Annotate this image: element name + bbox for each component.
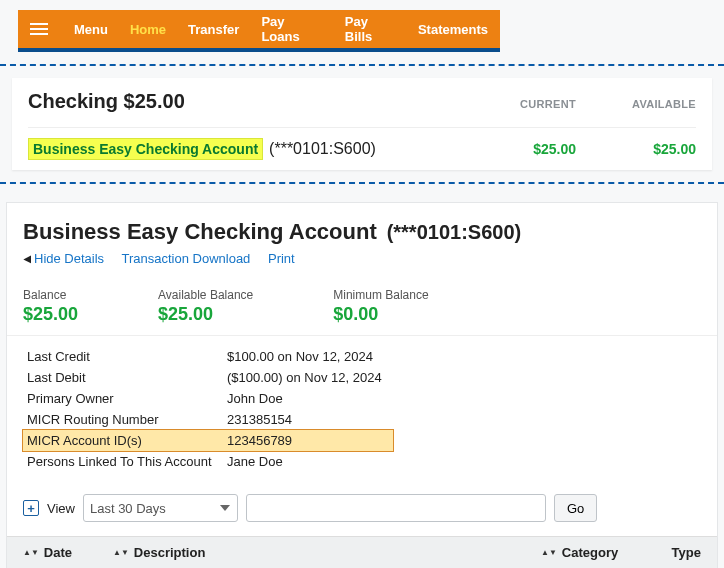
transaction-download-link[interactable]: Transaction Download	[121, 251, 250, 266]
details-mask: (***0101:S600)	[387, 221, 522, 243]
col-description[interactable]: ▲▼Description	[113, 545, 541, 560]
info-key: MICR Routing Number	[23, 409, 223, 430]
sort-icon: ▲▼	[23, 550, 39, 555]
details-actions: ▶Hide Details Transaction Download Print	[23, 251, 701, 266]
balance-block: Balance $25.00	[23, 288, 78, 325]
balance-value: $25.00	[23, 304, 78, 325]
minimum-balance-label: Minimum Balance	[333, 288, 428, 302]
expand-view-icon[interactable]: +	[23, 500, 39, 516]
hamburger-icon[interactable]	[30, 23, 48, 35]
transaction-search-input[interactable]	[246, 494, 546, 522]
available-balance-label: Available Balance	[158, 288, 253, 302]
info-value: 231385154	[223, 409, 393, 430]
go-button[interactable]: Go	[554, 494, 597, 522]
info-value: $100.00 on Nov 12, 2024	[223, 346, 393, 367]
available-amount: $25.00	[576, 141, 696, 157]
info-key: Persons Linked To This Account	[23, 451, 223, 472]
print-link[interactable]: Print	[268, 251, 295, 266]
divider	[0, 64, 724, 66]
details-title: Business Easy Checking Account	[23, 219, 377, 244]
available-balance-block: Available Balance $25.00	[158, 288, 253, 325]
minimum-balance-value: $0.00	[333, 304, 428, 325]
info-row: MICR Routing Number231385154	[23, 409, 393, 430]
info-row: Persons Linked To This AccountJane Doe	[23, 451, 393, 472]
nav-transfer[interactable]: Transfer	[188, 22, 239, 37]
nav-pay-loans[interactable]: Pay Loans	[261, 14, 322, 44]
date-range-select-wrap: Last 30 Days	[83, 494, 238, 522]
view-label: View	[47, 501, 75, 516]
account-row[interactable]: Business Easy Checking Account (***0101:…	[28, 127, 696, 160]
hide-details-link[interactable]: ▶Hide Details	[23, 251, 104, 266]
nav-statements[interactable]: Statements	[418, 22, 488, 37]
info-value: 123456789	[223, 430, 393, 451]
col-category[interactable]: ▲▼Category	[541, 545, 651, 560]
col-available-label: AVAILABLE	[576, 98, 696, 110]
minimum-balance-block: Minimum Balance $0.00	[333, 288, 428, 325]
available-balance-value: $25.00	[158, 304, 253, 325]
sort-icon: ▲▼	[541, 550, 557, 555]
account-summary-card: Checking $25.00 CURRENT AVAILABLE Busine…	[12, 78, 712, 170]
account-mask: (***0101:S600)	[269, 140, 376, 158]
balance-label: Balance	[23, 288, 78, 302]
balance-row: Balance $25.00 Available Balance $25.00 …	[7, 274, 717, 336]
info-row: Last Debit($100.00) on Nov 12, 2024	[23, 367, 393, 388]
col-date[interactable]: ▲▼Date	[23, 545, 113, 560]
info-value: Jane Doe	[223, 451, 393, 472]
col-type: Type	[651, 545, 701, 560]
info-row: MICR Account ID(s)123456789	[23, 430, 393, 451]
account-name-highlight: Business Easy Checking Account	[28, 138, 263, 160]
top-navbar: Menu Home Transfer Pay Loans Pay Bills S…	[18, 10, 500, 52]
info-row: Last Credit$100.00 on Nov 12, 2024	[23, 346, 393, 367]
account-info-table: Last Credit$100.00 on Nov 12, 2024Last D…	[23, 346, 393, 472]
nav-pay-bills[interactable]: Pay Bills	[345, 14, 396, 44]
account-details-panel: Business Easy Checking Account (***0101:…	[6, 202, 718, 568]
collapse-icon: ▶	[23, 253, 31, 264]
transaction-columns-header: ▲▼Date ▲▼Description ▲▼Category Type	[7, 536, 717, 568]
info-key: MICR Account ID(s)	[23, 430, 223, 451]
divider	[0, 182, 724, 184]
info-key: Primary Owner	[23, 388, 223, 409]
date-range-select[interactable]: Last 30 Days	[83, 494, 238, 522]
menu-label[interactable]: Menu	[74, 22, 108, 37]
info-key: Last Credit	[23, 346, 223, 367]
info-row: Primary OwnerJohn Doe	[23, 388, 393, 409]
info-key: Last Debit	[23, 367, 223, 388]
info-value: ($100.00) on Nov 12, 2024	[223, 367, 393, 388]
info-value: John Doe	[223, 388, 393, 409]
nav-home[interactable]: Home	[130, 22, 166, 37]
transaction-filter-bar: + View Last 30 Days Go	[7, 484, 717, 536]
sort-icon: ▲▼	[113, 550, 129, 555]
current-amount: $25.00	[456, 141, 576, 157]
summary-title: Checking $25.00	[28, 90, 185, 113]
col-current-label: CURRENT	[456, 98, 576, 110]
